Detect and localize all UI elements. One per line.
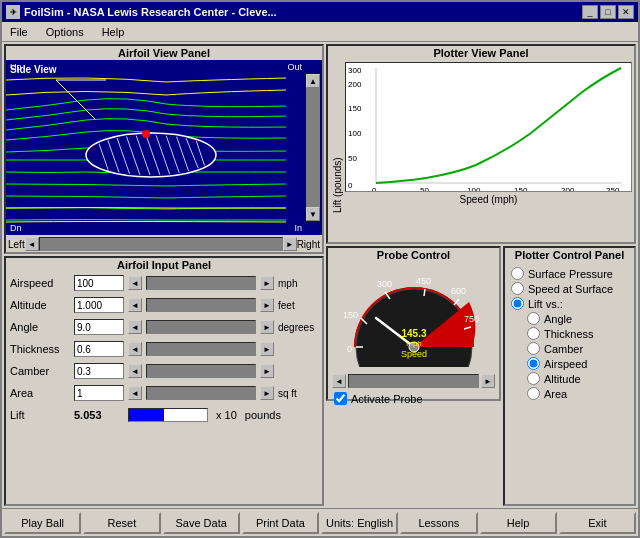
svg-text:300: 300 <box>377 279 392 289</box>
airfoil-input-panel: Airfoil Input Panel Airspeed ◄ ► mph Alt… <box>4 256 324 506</box>
lift-vs-camber-radio[interactable] <box>527 342 540 355</box>
lift-bar <box>129 409 164 421</box>
airfoil-view-title: Airfoil View Panel <box>6 46 322 60</box>
airspeed-input[interactable] <box>74 275 124 291</box>
svg-text:100: 100 <box>467 186 481 192</box>
camber-input[interactable] <box>74 363 124 379</box>
altitude-increase-btn[interactable]: ► <box>260 298 274 312</box>
right-label: Right <box>297 239 320 250</box>
area-slider[interactable] <box>146 386 256 400</box>
angle-row: Angle ◄ ► degrees <box>6 316 322 338</box>
probe-scroll-row: ◄ ► <box>328 372 499 390</box>
menu-file[interactable]: File <box>6 25 32 39</box>
altitude-unit: feet <box>278 300 318 311</box>
area-decrease-btn[interactable]: ◄ <box>128 386 142 400</box>
svg-text:50: 50 <box>348 154 357 163</box>
svg-text:0: 0 <box>372 186 377 192</box>
angle-increase-btn[interactable]: ► <box>260 320 274 334</box>
angle-slider[interactable] <box>146 320 256 334</box>
camber-label: Camber <box>10 365 70 377</box>
lift-vs-thickness-row: Thickness <box>525 326 630 341</box>
angle-input[interactable] <box>74 319 124 335</box>
print-data-button[interactable]: Print Data <box>242 512 319 534</box>
lift-vs-thickness-label: Thickness <box>544 328 594 340</box>
plotter-control-panel: Plotter Control Panel Surface Pressure S… <box>503 246 636 506</box>
main-content: Airfoil View Panel Side View Up Out Dn I… <box>2 42 638 508</box>
lift-vs-airspeed-radio[interactable] <box>527 357 540 370</box>
units-button[interactable]: Units: English <box>321 512 398 534</box>
plotter-svg: 0 50 100 150 200 300 0 50 100 150 200 <box>345 62 632 192</box>
area-increase-btn[interactable]: ► <box>260 386 274 400</box>
plotter-view-title: Plotter View Panel <box>328 46 634 60</box>
svg-point-0 <box>86 133 216 177</box>
probe-scrollbar-track[interactable] <box>348 374 479 388</box>
airspeed-increase-btn[interactable]: ► <box>260 276 274 290</box>
svg-text:200: 200 <box>561 186 575 192</box>
play-ball-button[interactable]: Play Ball <box>4 512 81 534</box>
h-scrollbar <box>39 237 283 251</box>
lift-label: Lift <box>10 409 70 421</box>
lift-bar-container <box>128 408 208 422</box>
lift-vs-area-radio[interactable] <box>527 387 540 400</box>
lift-value: 5.053 <box>74 409 124 421</box>
maximize-button[interactable]: □ <box>600 5 616 19</box>
minimize-button[interactable]: _ <box>582 5 598 19</box>
activate-probe-checkbox[interactable] <box>334 392 347 405</box>
airspeed-decrease-btn[interactable]: ◄ <box>128 276 142 290</box>
activate-probe-label: Activate Probe <box>351 393 423 405</box>
right-panel: Plotter View Panel Lift (pounds) 0 <box>326 44 636 506</box>
svg-text:200: 200 <box>348 80 362 89</box>
input-panel-title: Airfoil Input Panel <box>6 258 322 272</box>
camber-slider[interactable] <box>146 364 256 378</box>
scroll-left-button[interactable]: ◄ <box>25 237 39 251</box>
help-button[interactable]: Help <box>480 512 557 534</box>
svg-text:150: 150 <box>343 310 358 320</box>
area-input[interactable] <box>74 385 124 401</box>
svg-text:0: 0 <box>348 181 353 190</box>
lift-vs-options: Angle Thickness Camber <box>525 311 630 401</box>
area-label: Area <box>10 387 70 399</box>
area-row: Area ◄ ► sq ft <box>6 382 322 404</box>
altitude-input[interactable] <box>74 297 124 313</box>
lessons-button[interactable]: Lessons <box>400 512 477 534</box>
gauge-container: 0 150 300 450 600 <box>339 262 489 372</box>
airfoil-canvas: Side View Up Out Dn In ▲ ▼ <box>6 60 322 235</box>
probe-scroll-right-btn[interactable]: ► <box>481 374 495 388</box>
probe-scroll-left-btn[interactable]: ◄ <box>332 374 346 388</box>
h-scrollbar-track[interactable] <box>39 237 283 251</box>
svg-text:100: 100 <box>348 129 362 138</box>
menu-help[interactable]: Help <box>98 25 129 39</box>
camber-increase-btn[interactable]: ► <box>260 364 274 378</box>
probe-control-panel: Probe Control <box>326 246 501 401</box>
altitude-decrease-btn[interactable]: ◄ <box>128 298 142 312</box>
airfoil-svg <box>6 60 322 235</box>
svg-text:145.3: 145.3 <box>401 328 426 339</box>
surface-pressure-label: Surface Pressure <box>528 268 613 280</box>
altitude-slider[interactable] <box>146 298 256 312</box>
lift-vs-thickness-radio[interactable] <box>527 327 540 340</box>
app-icon: ✈ <box>6 5 20 19</box>
title-bar: ✈ FoilSim - NASA Lewis Research Center -… <box>2 2 638 22</box>
exit-button[interactable]: Exit <box>559 512 636 534</box>
reset-button[interactable]: Reset <box>83 512 160 534</box>
speed-at-surface-row: Speed at Surface <box>509 281 630 296</box>
scroll-right-button[interactable]: ► <box>283 237 297 251</box>
camber-decrease-btn[interactable]: ◄ <box>128 364 142 378</box>
thickness-decrease-btn[interactable]: ◄ <box>128 342 142 356</box>
speed-at-surface-radio[interactable] <box>511 282 524 295</box>
activate-probe-row: Activate Probe <box>328 390 499 407</box>
menu-options[interactable]: Options <box>42 25 88 39</box>
thickness-increase-btn[interactable]: ► <box>260 342 274 356</box>
close-button[interactable]: ✕ <box>618 5 634 19</box>
lift-vs-altitude-radio[interactable] <box>527 372 540 385</box>
airspeed-slider[interactable] <box>146 276 256 290</box>
save-data-button[interactable]: Save Data <box>163 512 240 534</box>
lift-vs-angle-radio[interactable] <box>527 312 540 325</box>
angle-decrease-btn[interactable]: ◄ <box>128 320 142 334</box>
thickness-slider[interactable] <box>146 342 256 356</box>
surface-pressure-radio[interactable] <box>511 267 524 280</box>
y-axis-label: Lift (pounds) <box>330 62 345 213</box>
lift-vs-radio[interactable] <box>511 297 524 310</box>
thickness-input[interactable] <box>74 341 124 357</box>
plotter-content: Lift (pounds) 0 50 100 150 200 <box>328 60 634 215</box>
